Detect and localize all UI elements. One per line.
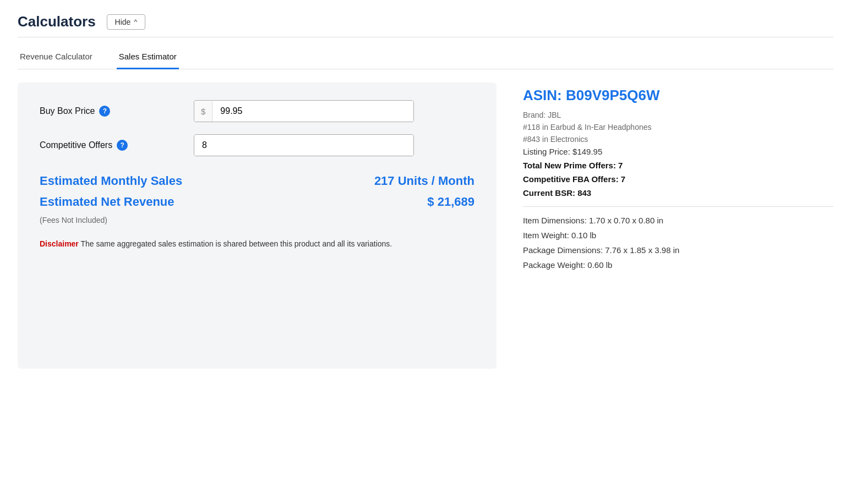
disclaimer-keyword: Disclaimer: [40, 239, 79, 248]
monthly-sales-value: 217 Units / Month: [374, 174, 474, 188]
tabs-row: Revenue Calculator Sales Estimator: [18, 47, 833, 69]
total-new-prime-offers-row: Total New Prime Offers: 7: [523, 161, 833, 170]
hide-label: Hide: [115, 18, 131, 26]
results-section: Estimated Monthly Sales 217 Units / Mont…: [40, 174, 474, 224]
buy-box-price-input[interactable]: [212, 101, 413, 122]
disclaimer-text: The same aggregated sales estimation is …: [79, 239, 392, 248]
tab-sales-estimator[interactable]: Sales Estimator: [117, 47, 179, 69]
competitive-offers-label: Competitive Offers ?: [40, 140, 194, 151]
competitive-offers-label-text: Competitive Offers: [40, 140, 112, 150]
competitive-offers-input-wrapper: [194, 134, 414, 156]
buy-box-price-label-text: Buy Box Price: [40, 106, 95, 116]
monthly-sales-label: Estimated Monthly Sales: [40, 174, 182, 188]
item-weight: Item Weight: 0.10 lb: [523, 231, 833, 240]
competitive-offers-input[interactable]: [194, 135, 413, 156]
dollar-sign-icon: $: [194, 101, 212, 122]
competitive-fba-value: 7: [621, 174, 625, 184]
rank2-label: #843 in Electronics: [523, 135, 833, 144]
header-row: Calculators Hide ^: [18, 13, 833, 37]
net-revenue-row: Estimated Net Revenue $ 21,689: [40, 195, 474, 209]
chevron-up-icon: ^: [134, 18, 137, 26]
divider: [523, 206, 833, 207]
main-content: Buy Box Price ? $ Competitive Offers ?: [18, 83, 833, 369]
package-dimensions: Package Dimensions: 7.76 x 1.85 x 3.98 i…: [523, 245, 833, 255]
package-weight: Package Weight: 0.60 lb: [523, 260, 833, 270]
brand-label: Brand: JBL: [523, 111, 833, 119]
total-new-prime-offers-value: 7: [618, 161, 623, 170]
current-bsr-value: 843: [577, 188, 591, 198]
right-panel: ASIN: B09V9P5Q6W Brand: JBL #118 in Earb…: [523, 83, 833, 280]
competitive-fba-row: Competitive FBA Offers: 7: [523, 174, 833, 184]
listing-price: Listing Price: $149.95: [523, 147, 833, 156]
current-bsr-row: Current BSR: 843: [523, 188, 833, 198]
hide-button[interactable]: Hide ^: [107, 14, 145, 30]
buy-box-price-row: Buy Box Price ? $: [40, 100, 474, 122]
net-revenue-sublabel: (Fees Not Included): [40, 216, 474, 224]
total-new-prime-offers-label: Total New Prime Offers:: [523, 161, 616, 170]
disclaimer-row: Disclaimer The same aggregated sales est…: [40, 238, 474, 250]
asin-title: ASIN: B09V9P5Q6W: [523, 87, 833, 104]
competitive-fba-label: Competitive FBA Offers:: [523, 174, 619, 184]
buy-box-price-help-icon[interactable]: ?: [99, 106, 110, 117]
page-title: Calculators: [18, 13, 96, 30]
buy-box-price-label: Buy Box Price ?: [40, 106, 194, 117]
tab-revenue-calculator[interactable]: Revenue Calculator: [18, 47, 95, 69]
item-dimensions: Item Dimensions: 1.70 x 0.70 x 0.80 in: [523, 216, 833, 225]
current-bsr-label: Current BSR:: [523, 188, 575, 198]
buy-box-price-input-wrapper: $: [194, 100, 414, 122]
net-revenue-label: Estimated Net Revenue: [40, 195, 174, 209]
monthly-sales-row: Estimated Monthly Sales 217 Units / Mont…: [40, 174, 474, 188]
net-revenue-value: $ 21,689: [427, 195, 474, 209]
rank1-label: #118 in Earbud & In-Ear Headphones: [523, 123, 833, 132]
left-panel: Buy Box Price ? $ Competitive Offers ?: [18, 83, 497, 369]
competitive-offers-help-icon[interactable]: ?: [117, 140, 128, 151]
competitive-offers-row: Competitive Offers ?: [40, 134, 474, 156]
